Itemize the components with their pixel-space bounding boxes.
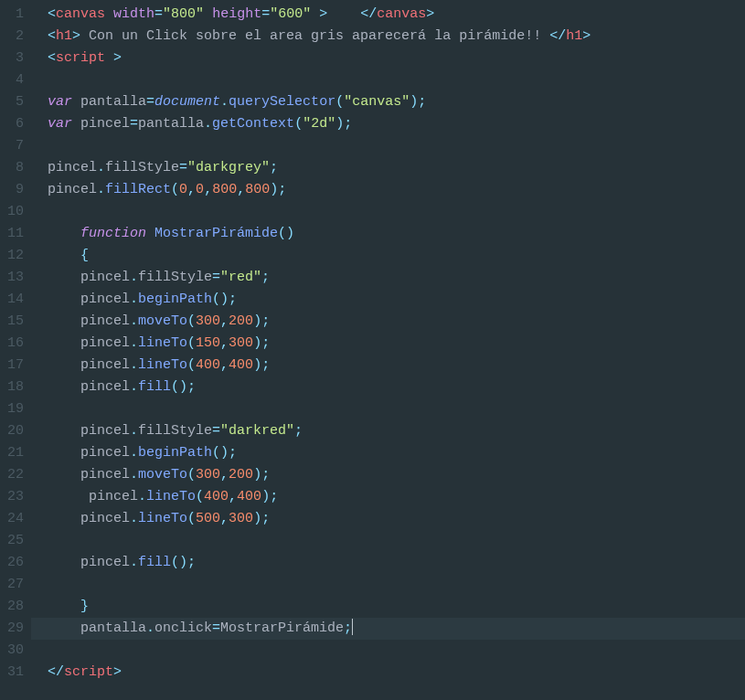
token-ws <box>31 160 48 175</box>
token-number: 200 <box>229 467 253 483</box>
token-punct: ) <box>286 226 294 241</box>
code-line[interactable]: pincel.fillStyle="red"; <box>31 267 745 289</box>
token-punct: ; <box>261 335 270 351</box>
code-line[interactable]: <h1> Con un Click sobre el area gris apa… <box>31 26 745 48</box>
code-line[interactable]: var pantalla=document.querySelector("can… <box>31 91 745 113</box>
token-def: pincel <box>80 270 130 285</box>
code-line[interactable]: function MostrarPirámide() <box>31 223 745 245</box>
token-method: fill <box>138 379 171 395</box>
code-line[interactable]: pincel.fillStyle="darkred"; <box>31 420 745 442</box>
token-string: "2d" <box>303 116 335 132</box>
token-ws <box>31 357 80 373</box>
line-number: 23 <box>0 486 24 508</box>
code-line[interactable] <box>31 640 745 662</box>
token-punct: { <box>80 248 89 263</box>
code-line[interactable]: pincel.fillStyle="darkgrey"; <box>31 157 745 179</box>
token-punct: . <box>130 467 138 483</box>
token-punct: , <box>220 511 229 526</box>
code-line[interactable] <box>31 69 745 91</box>
token-text <box>105 50 113 66</box>
token-punct: </ <box>48 664 64 680</box>
token-prop: onclick <box>154 620 212 636</box>
code-line[interactable]: <script > <box>31 48 745 69</box>
code-line[interactable]: pincel.moveTo(300,200); <box>31 311 745 333</box>
token-string: "600" <box>270 6 311 22</box>
token-text: Con un Click sobre el area gris aparecer… <box>80 28 549 44</box>
code-line[interactable]: pincel.lineTo(400,400); <box>31 486 745 508</box>
code-line[interactable] <box>31 135 745 157</box>
token-string: "canvas" <box>344 94 410 110</box>
line-number: 31 <box>0 662 24 684</box>
code-line[interactable]: pincel.lineTo(500,300); <box>31 508 745 530</box>
code-line[interactable]: pincel.moveTo(300,200); <box>31 464 745 486</box>
code-line[interactable]: pincel.fill(); <box>31 552 745 574</box>
token-punct: . <box>97 160 105 175</box>
token-punct: ( <box>171 379 179 395</box>
token-number: 300 <box>196 313 220 329</box>
token-punct: . <box>130 313 138 329</box>
line-number: 11 <box>0 223 24 245</box>
token-kw: var <box>48 94 72 110</box>
line-number: 15 <box>0 311 24 333</box>
token-ws <box>31 620 80 636</box>
token-punct: ( <box>294 116 303 132</box>
token-punct: ( <box>171 555 179 570</box>
token-text <box>72 94 80 110</box>
token-number: 0 <box>179 182 187 197</box>
token-punct: . <box>130 423 138 439</box>
code-line[interactable]: pincel.lineTo(150,300); <box>31 333 745 355</box>
token-prop: fillStyle <box>138 423 212 439</box>
line-number: 18 <box>0 377 24 398</box>
token-punct: ) <box>410 94 418 110</box>
code-line[interactable]: { <box>31 245 745 267</box>
token-punct: ) <box>270 182 278 197</box>
line-number: 10 <box>0 201 24 223</box>
token-punct: ( <box>212 292 220 307</box>
code-line[interactable]: pincel.beginPath(); <box>31 442 745 464</box>
token-text <box>105 6 113 22</box>
token-punct: ) <box>253 467 261 483</box>
line-number: 24 <box>0 508 24 530</box>
code-line[interactable]: pincel.fillRect(0,0,800,800); <box>31 179 745 201</box>
token-punct: = <box>179 160 187 175</box>
line-number: 27 <box>0 574 24 596</box>
token-ws <box>31 94 48 110</box>
code-line[interactable] <box>31 530 745 552</box>
line-number: 28 <box>0 596 24 618</box>
code-line[interactable]: <canvas width="800" height="600" > </can… <box>31 4 745 26</box>
token-tag: script <box>56 50 105 66</box>
token-punct: ; <box>261 357 270 373</box>
token-punct: ; <box>229 445 237 461</box>
code-line[interactable]: pincel.fill(); <box>31 377 745 398</box>
code-line[interactable] <box>31 574 745 596</box>
token-punct: > <box>319 6 327 22</box>
token-method: beginPath <box>138 292 212 307</box>
code-line[interactable] <box>31 398 745 420</box>
code-line[interactable] <box>31 201 745 223</box>
token-ws <box>31 248 80 263</box>
code-line[interactable]: pantalla.onclick=MostrarPirámide; <box>31 618 745 640</box>
code-line[interactable]: } <box>31 596 745 618</box>
line-number: 25 <box>0 530 24 552</box>
token-ws <box>31 226 80 241</box>
code-line[interactable]: pincel.beginPath(); <box>31 289 745 311</box>
token-method: getContext <box>212 116 294 132</box>
code-line[interactable]: pincel.lineTo(400,400); <box>31 355 745 377</box>
token-def: pincel <box>80 555 130 570</box>
code-editor[interactable]: 1234567891011121314151617181920212223242… <box>0 0 745 684</box>
code-line[interactable]: var pincel=pantalla.getContext("2d"); <box>31 113 745 135</box>
token-punct: ; <box>261 467 270 483</box>
code-line[interactable]: </script> <box>31 662 745 684</box>
line-number: 3 <box>0 48 24 69</box>
token-text <box>204 6 212 22</box>
code-area[interactable]: <canvas width="800" height="600" > </can… <box>31 4 745 684</box>
token-number: 0 <box>196 182 204 197</box>
token-punct: = <box>212 620 220 636</box>
token-punct: ) <box>335 116 344 132</box>
token-punct: < <box>48 50 56 66</box>
token-def: pincel <box>48 182 97 197</box>
token-punct: = <box>212 270 220 285</box>
line-number: 8 <box>0 157 24 179</box>
token-punct: > <box>72 28 80 44</box>
token-punct: ) <box>253 313 261 329</box>
